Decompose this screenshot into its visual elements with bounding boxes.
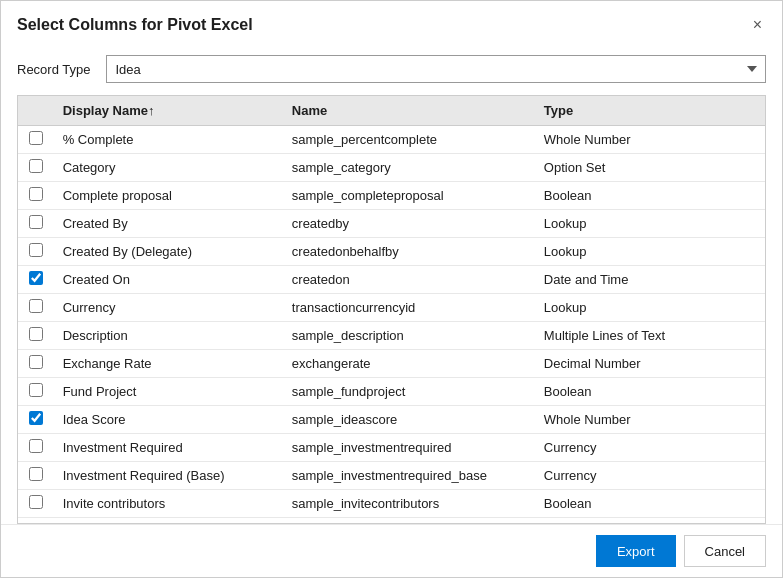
dialog-body: Record Type Idea Display Name↑ Name Type… — [1, 45, 782, 524]
export-button[interactable]: Export — [596, 535, 676, 567]
row-checkbox[interactable] — [29, 383, 43, 397]
table-row: Fund Projectsample_fundprojectBoolean — [18, 378, 765, 406]
row-type: Boolean — [536, 490, 765, 518]
row-type: Boolean — [536, 378, 765, 406]
row-checkbox[interactable] — [29, 327, 43, 341]
row-checkbox-cell — [18, 490, 55, 518]
table-row: Created OncreatedonDate and Time — [18, 266, 765, 294]
row-checkbox-cell — [18, 210, 55, 238]
row-checkbox[interactable] — [29, 215, 43, 229]
row-checkbox[interactable] — [29, 131, 43, 145]
row-checkbox[interactable] — [29, 299, 43, 313]
row-name: createdonbehalfby — [284, 238, 536, 266]
record-type-row: Record Type Idea — [17, 45, 766, 95]
row-checkbox-cell — [18, 406, 55, 434]
row-name: sample_invitecontributors — [284, 490, 536, 518]
row-display-name: Description — [55, 322, 284, 350]
row-name: createdon — [284, 266, 536, 294]
row-type: Currency — [536, 434, 765, 462]
table-row: Created BycreatedbyLookup — [18, 210, 765, 238]
table-row: Categorysample_categoryOption Set — [18, 154, 765, 182]
row-checkbox[interactable] — [29, 411, 43, 425]
row-type: Lookup — [536, 294, 765, 322]
row-display-name: Category — [55, 154, 284, 182]
col-header-type: Type — [536, 96, 765, 126]
row-type: Lookup — [536, 210, 765, 238]
cancel-button[interactable]: Cancel — [684, 535, 766, 567]
row-checkbox-cell — [18, 266, 55, 294]
record-type-select[interactable]: Idea — [106, 55, 766, 83]
row-display-name: Idea Score — [55, 406, 284, 434]
row-display-name: Complete proposal — [55, 182, 284, 210]
dialog-titlebar: Select Columns for Pivot Excel × — [1, 1, 782, 45]
row-display-name: Exchange Rate — [55, 350, 284, 378]
row-type: Currency — [536, 462, 765, 490]
row-checkbox[interactable] — [29, 355, 43, 369]
dialog-title: Select Columns for Pivot Excel — [17, 16, 253, 34]
row-type: Whole Number — [536, 126, 765, 154]
row-checkbox[interactable] — [29, 243, 43, 257]
columns-table: Display Name↑ Name Type % Completesample… — [18, 96, 765, 524]
table-row: % Completesample_percentcompleteWhole Nu… — [18, 126, 765, 154]
table-row: Investment Requiredsample_investmentrequ… — [18, 434, 765, 462]
row-display-name: Created By (Delegate) — [55, 238, 284, 266]
col-header-name: Name — [284, 96, 536, 126]
row-name: sample_fundproject — [284, 378, 536, 406]
columns-table-container[interactable]: Display Name↑ Name Type % Completesample… — [17, 95, 766, 524]
table-row: Complete proposalsample_completeproposal… — [18, 182, 765, 210]
table-row: Idea Scoresample_ideascoreWhole Number — [18, 406, 765, 434]
table-row: CurrencytransactioncurrencyidLookup — [18, 294, 765, 322]
row-checkbox[interactable] — [29, 495, 43, 509]
table-row: Descriptionsample_descriptionMultiple Li… — [18, 322, 765, 350]
row-checkbox-cell — [18, 182, 55, 210]
row-checkbox[interactable] — [29, 187, 43, 201]
row-name: sample_category — [284, 154, 536, 182]
row-name: sample_completeproposal — [284, 182, 536, 210]
row-display-name: % Complete — [55, 126, 284, 154]
close-button[interactable]: × — [749, 15, 766, 35]
row-name: transactioncurrencyid — [284, 294, 536, 322]
row-checkbox-cell — [18, 350, 55, 378]
row-checkbox-cell — [18, 378, 55, 406]
row-display-name: Currency — [55, 294, 284, 322]
col-header-checkbox — [18, 96, 55, 126]
row-checkbox[interactable] — [29, 271, 43, 285]
table-body: % Completesample_percentcompleteWhole Nu… — [18, 126, 765, 525]
table-row: Created By (Delegate)createdonbehalfbyLo… — [18, 238, 765, 266]
row-checkbox[interactable] — [29, 467, 43, 481]
record-type-label: Record Type — [17, 62, 90, 77]
row-name: sample_description — [284, 322, 536, 350]
row-display-name: Created By — [55, 210, 284, 238]
row-type: Multiple Lines of Text — [536, 322, 765, 350]
row-name: sample_ideascore — [284, 406, 536, 434]
row-checkbox-cell — [18, 126, 55, 154]
row-checkbox-cell — [18, 322, 55, 350]
row-checkbox-cell — [18, 294, 55, 322]
row-display-name: Fund Project — [55, 378, 284, 406]
col-header-display-name[interactable]: Display Name↑ — [55, 96, 284, 126]
row-display-name: Investment Required (Base) — [55, 462, 284, 490]
row-type: Lookup — [536, 238, 765, 266]
row-name: createdby — [284, 210, 536, 238]
table-row: Invite contributorssample_invitecontribu… — [18, 490, 765, 518]
row-name: exchangerate — [284, 350, 536, 378]
row-name: sample_investmentrequired — [284, 434, 536, 462]
row-type: Date and Time — [536, 266, 765, 294]
row-display-name: Investment Required — [55, 434, 284, 462]
row-checkbox-cell — [18, 462, 55, 490]
table-header-row: Display Name↑ Name Type — [18, 96, 765, 126]
row-checkbox-cell — [18, 434, 55, 462]
row-checkbox-cell — [18, 154, 55, 182]
table-row: Exchange RateexchangerateDecimal Number — [18, 350, 765, 378]
row-display-name: Invite contributors — [55, 490, 284, 518]
row-name: sample_investmentrequired_base — [284, 462, 536, 490]
table-row: Investment Required (Base)sample_investm… — [18, 462, 765, 490]
row-type: Option Set — [536, 154, 765, 182]
row-type: Whole Number — [536, 406, 765, 434]
row-checkbox[interactable] — [29, 159, 43, 173]
select-columns-dialog: Select Columns for Pivot Excel × Record … — [0, 0, 783, 578]
row-checkbox[interactable] — [29, 439, 43, 453]
row-type: Decimal Number — [536, 350, 765, 378]
row-type: Boolean — [536, 182, 765, 210]
dialog-footer: Export Cancel — [1, 524, 782, 577]
